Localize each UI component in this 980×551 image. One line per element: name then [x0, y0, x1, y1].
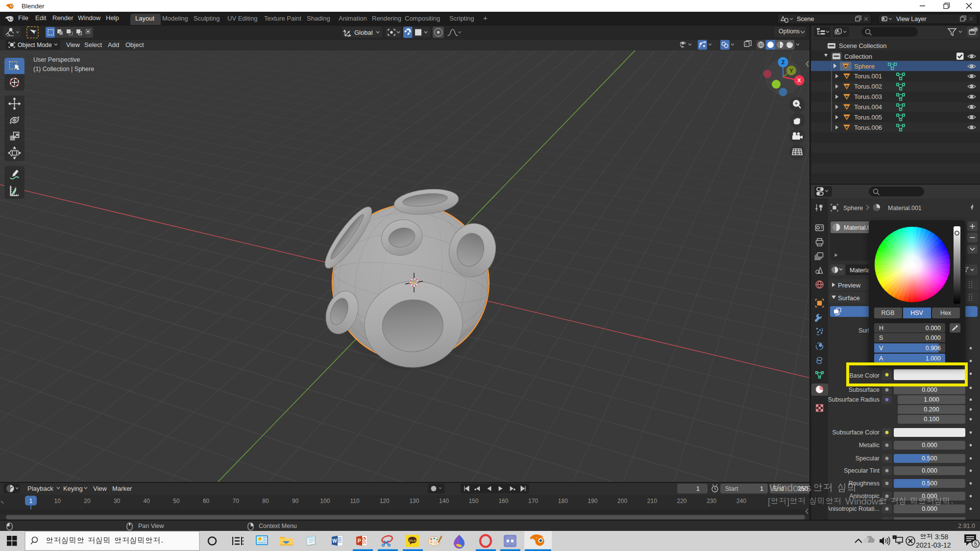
svg-text:Windows: Windows: [845, 496, 883, 506]
svg-text:[: [: [768, 497, 770, 506]
svg-text:Windows: Windows: [769, 482, 811, 493]
svg-text:.: .: [951, 496, 954, 505]
svg-text:]: ]: [787, 497, 789, 506]
